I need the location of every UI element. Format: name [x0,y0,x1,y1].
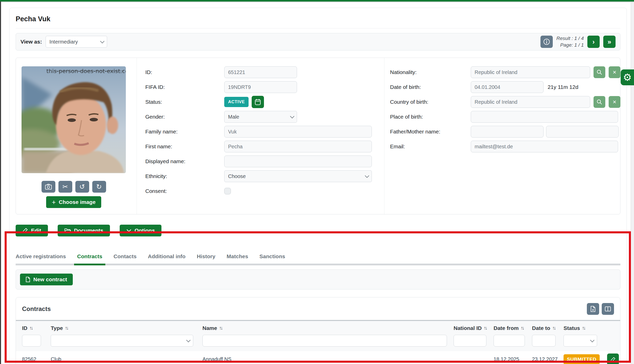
main-page-card: Pecha Vuk View as: Intermediary Result :… [9,8,627,364]
chevron-down-icon [186,338,191,342]
choose-image-label: Choose image [59,199,96,205]
country-of-birth-search-button[interactable] [594,96,605,108]
rotate-right-icon: ↻ [96,183,102,191]
filter-type-select[interactable] [51,335,193,347]
photo-column: this-person-does-not-exist.com ✂ ↺ ↻ + C… [16,58,137,214]
new-contract-button[interactable]: New contract [20,274,73,285]
calendar-icon [255,99,261,105]
age-value: 21y 11m 12d [548,84,578,90]
rotate-left-button[interactable]: ↺ [75,181,89,193]
view-as-toolbar: View as: Intermediary Result : 1 / 4 Pag… [16,33,620,50]
tab-active-registrations[interactable]: Active registrations [16,250,66,264]
tab-sanctions[interactable]: Sanctions [259,250,285,264]
player-photo: this-person-does-not-exist.com [22,66,126,173]
column-header-date-from[interactable]: Date from↑↓ [494,325,532,331]
column-header-type[interactable]: Type↑↓ [51,325,202,331]
gender-selected-value: Male [228,114,239,120]
filter-date-from-input[interactable] [494,335,525,347]
status-badge: ACTIVE [224,97,249,107]
cell-name: Annaduff NS [202,356,454,362]
tab-contracts[interactable]: Contracts [77,250,102,264]
file-icon [26,277,30,282]
edit-button[interactable]: Edit [16,225,48,236]
column-header-status[interactable]: Status↑↓ [564,325,607,331]
new-contract-label: New contract [33,276,67,283]
info-icon [543,38,550,45]
svg-text:x: x [592,308,594,311]
page-count: Page: 1 / 1 [556,42,584,48]
pagination-status: Result : 1 / 4 Page: 1 / 1 [556,35,584,48]
tab-additional-info[interactable]: Additional info [148,250,186,264]
chevron-down-icon [290,114,294,118]
column-header-name[interactable]: Name↑↓ [202,325,454,331]
ethnicity-label: Ethnicity: [145,173,224,179]
double-chevron-right-icon: » [608,38,611,46]
fifa-id-field[interactable] [224,81,297,93]
scrollbar-track[interactable] [631,2,634,364]
status-history-button[interactable] [252,96,264,108]
next-result-button[interactable]: › [587,36,600,48]
column-header-national-id[interactable]: National ID↑↓ [454,325,494,331]
view-as-selected-value: Intermediary [49,39,78,45]
gender-select[interactable]: Male [224,111,297,123]
rotate-left-icon: ↺ [79,183,85,191]
place-of-birth-field[interactable] [471,111,618,123]
column-header-date-to[interactable]: Date to↑↓ [532,325,564,331]
date-of-birth-field[interactable] [471,81,544,93]
tab-history[interactable]: History [197,250,215,264]
rotate-right-button[interactable]: ↻ [92,181,106,193]
last-result-button[interactable]: » [603,36,616,48]
ethnicity-select[interactable]: Choose [224,170,372,182]
player-main-fields-column: ID: FIFA ID: Status: ACTIVE Gender: [137,58,384,214]
sort-icon: ↑↓ [521,325,524,331]
displayed-name-field[interactable] [224,155,372,167]
view-as-select[interactable]: Intermediary [46,36,107,48]
export-excel-button[interactable]: x [587,303,599,315]
options-label: Options [135,227,155,234]
tab-matches[interactable]: Matches [227,250,248,264]
crop-photo-button[interactable]: ✂ [58,181,72,193]
filter-status-select[interactable] [564,335,597,347]
filter-name-input[interactable] [202,335,447,347]
family-name-field[interactable] [224,126,372,138]
contracts-panel: Contracts x ID↑↓ Type↑↓ [16,297,620,364]
country-of-birth-field[interactable] [471,96,590,108]
country-of-birth-label: Country of birth: [390,99,471,105]
settings-edge-button[interactable]: ⚙ [621,69,634,85]
filter-id-input[interactable] [22,335,41,347]
first-name-field[interactable] [224,141,372,152]
nationality-clear-button[interactable]: × [609,66,620,78]
edit-label: Edit [31,227,41,234]
options-button[interactable]: Options [120,225,161,236]
consent-checkbox[interactable] [224,188,231,194]
gender-label: Gender: [145,114,224,120]
take-photo-button[interactable] [42,181,55,193]
column-header-id[interactable]: ID↑↓ [22,325,51,331]
info-button[interactable] [540,36,553,48]
ethnicity-selected-value: Choose [228,173,246,179]
cell-date-to: 23.12.2027 [532,356,564,362]
row-edit-button[interactable] [607,353,619,364]
nationality-label: Nationality: [390,69,471,75]
first-name-label: First name: [145,143,224,150]
table-row[interactable]: 82562 Club Annaduff NS 18.12.2025 23.12.… [16,351,620,364]
new-contract-toolbar: New contract [16,269,620,289]
email-field[interactable] [471,141,618,152]
mother-name-field[interactable] [546,126,619,138]
documents-label: Documents [74,227,103,234]
title-divider [16,28,620,28]
nationality-field[interactable] [471,66,590,78]
father-name-field[interactable] [471,126,544,138]
choose-image-button[interactable]: + Choose image [46,196,101,208]
tab-contacts[interactable]: Contacts [114,250,137,264]
filter-national-id-input[interactable] [454,335,486,347]
id-field[interactable] [224,66,297,78]
sort-icon: ↑↓ [484,325,487,331]
pencil-icon [22,228,28,233]
filter-date-to-input[interactable] [532,335,556,347]
close-icon: × [613,69,616,76]
country-of-birth-clear-button[interactable]: × [609,96,620,108]
nationality-search-button[interactable] [594,66,605,78]
columns-toggle-button[interactable] [602,303,614,315]
documents-button[interactable]: Documents [58,225,110,236]
